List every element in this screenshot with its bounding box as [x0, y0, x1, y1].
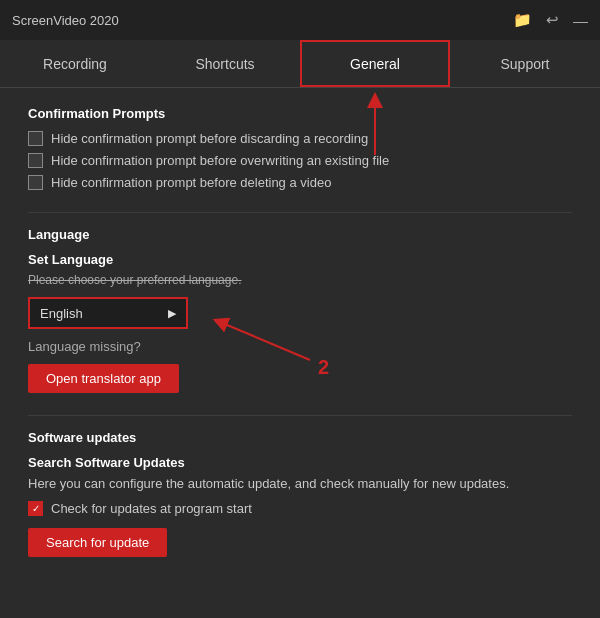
software-updates-title: Software updates	[28, 430, 572, 445]
checkbox-row-2: Hide confirmation prompt before overwrit…	[28, 153, 572, 168]
checkbox-check-updates[interactable]	[28, 501, 43, 516]
check-updates-row: Check for updates at program start	[28, 501, 572, 516]
updates-description: Here you can configure the automatic upd…	[28, 476, 572, 491]
tab-recording[interactable]: Recording	[0, 40, 150, 87]
confirmation-prompts-title: Confirmation Prompts	[28, 106, 572, 121]
divider-1	[28, 212, 572, 213]
open-translator-button[interactable]: Open translator app	[28, 364, 179, 393]
search-update-button[interactable]: Search for update	[28, 528, 167, 557]
language-dropdown[interactable]: English ▶	[28, 297, 188, 329]
divider-2	[28, 415, 572, 416]
window-controls: 📁 ↩ —	[513, 11, 588, 29]
main-content: Confirmation Prompts Hide confirmation p…	[0, 88, 600, 618]
checkbox-overwrite[interactable]	[28, 153, 43, 168]
checkbox-delete[interactable]	[28, 175, 43, 190]
minimize-icon[interactable]: —	[573, 12, 588, 29]
checkbox-label-overwrite: Hide confirmation prompt before overwrit…	[51, 153, 389, 168]
language-missing-text: Language missing?	[28, 339, 572, 354]
undo-icon[interactable]: ↩	[546, 11, 559, 29]
set-language-title: Set Language	[28, 252, 572, 267]
tab-shortcuts[interactable]: Shortcuts	[150, 40, 300, 87]
tab-bar: Recording Shortcuts General Support	[0, 40, 600, 88]
checkbox-label-delete: Hide confirmation prompt before deleting…	[51, 175, 331, 190]
language-section: Language Set Language Please choose your…	[28, 227, 572, 393]
confirmation-prompts-section: Confirmation Prompts Hide confirmation p…	[28, 106, 572, 190]
tab-general[interactable]: General	[300, 40, 450, 87]
checkbox-discard[interactable]	[28, 131, 43, 146]
checkbox-row-1: Hide confirmation prompt before discardi…	[28, 131, 572, 146]
language-description: Please choose your preferred language.	[28, 273, 572, 287]
language-section-title: Language	[28, 227, 572, 242]
checkbox-row-3: Hide confirmation prompt before deleting…	[28, 175, 572, 190]
software-updates-section: Software updates Search Software Updates…	[28, 430, 572, 557]
language-selected-value: English	[40, 306, 83, 321]
app-title: ScreenVideo 2020	[12, 13, 119, 28]
tab-support[interactable]: Support	[450, 40, 600, 87]
search-updates-title: Search Software Updates	[28, 455, 572, 470]
folder-icon[interactable]: 📁	[513, 11, 532, 29]
title-bar: ScreenVideo 2020 📁 ↩ —	[0, 0, 600, 40]
checkbox-label-discard: Hide confirmation prompt before discardi…	[51, 131, 368, 146]
dropdown-arrow-icon: ▶	[168, 307, 176, 320]
checkbox-label-check-updates: Check for updates at program start	[51, 501, 252, 516]
